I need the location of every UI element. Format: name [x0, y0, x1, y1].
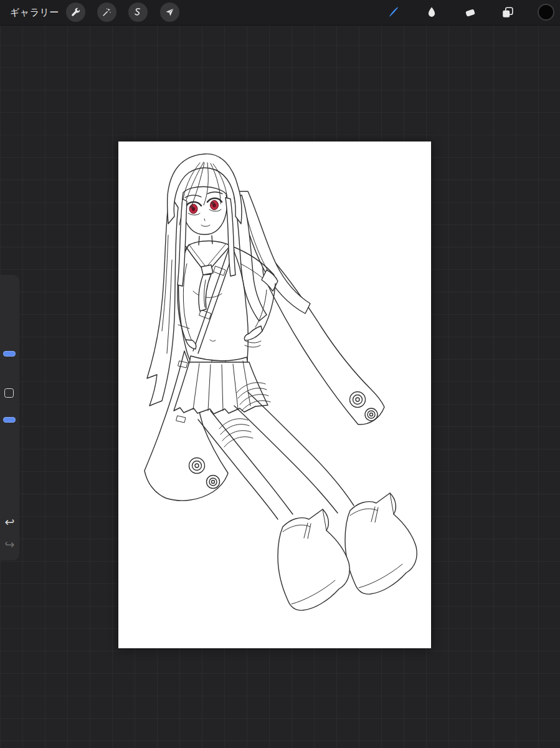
selection-button[interactable]	[128, 2, 148, 22]
selection-icon	[133, 7, 143, 17]
brush-icon	[387, 6, 401, 19]
transform-arrow-icon	[164, 7, 175, 17]
magic-wand-icon	[102, 7, 112, 17]
smudge-tool-button[interactable]	[422, 2, 442, 22]
brush-size-slider[interactable]	[3, 351, 16, 357]
smudge-icon	[425, 6, 439, 19]
brush-sidebar: ↩ ↪	[0, 275, 19, 560]
erase-tool-button[interactable]	[460, 2, 480, 22]
opacity-slider[interactable]	[3, 417, 16, 423]
adjustments-button[interactable]	[97, 2, 116, 22]
top-toolbar: ギャラリー	[0, 0, 560, 26]
transform-button[interactable]	[160, 2, 179, 22]
layers-icon	[501, 6, 515, 19]
pleated-skirt	[174, 361, 268, 414]
layers-button[interactable]	[498, 2, 518, 22]
gallery-button[interactable]: ギャラリー	[10, 0, 59, 25]
drawing-canvas[interactable]	[118, 141, 431, 648]
undo-button[interactable]: ↩	[0, 514, 19, 530]
color-swatch-button[interactable]	[538, 4, 554, 21]
modify-button[interactable]	[4, 388, 14, 398]
actions-button[interactable]	[66, 2, 85, 22]
redo-button[interactable]: ↪	[0, 537, 19, 553]
eraser-icon	[463, 6, 477, 19]
paint-tool-button[interactable]	[384, 2, 404, 22]
left-boot	[278, 509, 349, 610]
anime-girl-line-art	[118, 141, 431, 648]
right-boot	[345, 493, 417, 594]
face	[183, 186, 227, 234]
wrench-icon	[70, 7, 81, 17]
